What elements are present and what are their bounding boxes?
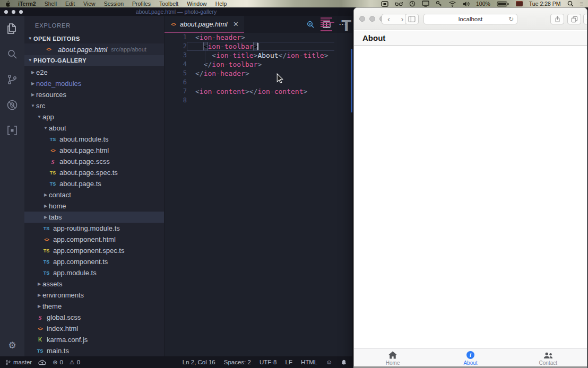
tree-item-main-ts[interactable]: TSmain.ts: [24, 345, 164, 356]
tree-item-app-component-html[interactable]: <>app.component.html: [24, 234, 164, 245]
app-status-icon[interactable]: [516, 1, 523, 6]
menu-profiles[interactable]: Profiles: [128, 0, 155, 7]
sidebar-toggle-button[interactable]: [405, 14, 419, 24]
menu-view[interactable]: View: [79, 0, 100, 7]
line-number[interactable]: 5: [165, 69, 187, 78]
tree-item-app-component-spec-ts[interactable]: TSapp.component.spec.ts: [24, 245, 164, 256]
time-machine-icon[interactable]: [409, 1, 416, 7]
cursor-position[interactable]: Ln 2, Col 16: [183, 359, 215, 365]
debug-icon[interactable]: [6, 99, 19, 111]
minimize-window-button[interactable]: [369, 16, 375, 22]
code-line-3[interactable]: 3 <ion-title>About</ion-title>: [165, 51, 352, 60]
menu-toolbelt[interactable]: Toolbelt: [155, 0, 183, 7]
eol-setting[interactable]: LF: [286, 359, 292, 365]
tree-item-assets[interactable]: ▶assets: [24, 278, 164, 290]
code-line-6[interactable]: 6: [165, 78, 352, 87]
tree-item-index-html[interactable]: <>index.html: [24, 323, 164, 334]
line-number[interactable]: 2: [165, 42, 187, 51]
encoding-setting[interactable]: UTF-8: [260, 359, 277, 365]
new-tab-button[interactable]: +: [583, 14, 587, 24]
code-line-4[interactable]: 4 </ion-toolbar>: [165, 60, 352, 69]
volume-icon[interactable]: [463, 1, 470, 7]
line-number[interactable]: 6: [165, 78, 187, 87]
tab-about[interactable]: iAbout: [431, 348, 509, 366]
open-editor-item[interactable]: <> about.page.html src/app/about: [24, 43, 164, 55]
tree-item-about[interactable]: ▼about: [24, 122, 164, 134]
feedback-smiley-icon[interactable]: ☺: [326, 359, 332, 365]
keychain-icon[interactable]: [436, 1, 442, 7]
wifi-icon[interactable]: [448, 1, 456, 7]
screen-recording-icon[interactable]: [381, 1, 388, 7]
sync-publish-icon[interactable]: [38, 360, 46, 365]
tree-item-app[interactable]: ▼app: [24, 111, 164, 122]
indentation-setting[interactable]: Spaces: 2: [224, 359, 251, 365]
tree-item-global-scss[interactable]: Sglobal.scss: [24, 312, 164, 323]
menubar-clock[interactable]: Tue 2:28 PM: [529, 1, 561, 7]
tree-item-about-page-spec-ts[interactable]: TSabout.page.spec.ts: [24, 167, 164, 178]
line-number[interactable]: 1: [165, 33, 187, 42]
address-bar[interactable]: localhost ↻: [423, 14, 517, 24]
apple-menu-icon[interactable]: [0, 1, 14, 7]
tree-item-about-page-html[interactable]: <>about.page.html: [24, 145, 164, 156]
notifications-bell-icon[interactable]: [341, 359, 347, 366]
menu-shell[interactable]: Shell: [40, 0, 61, 7]
line-number[interactable]: 4: [165, 60, 187, 69]
show-tabs-button[interactable]: [567, 14, 581, 24]
menu-help[interactable]: Help: [211, 0, 231, 7]
tree-item-karma-conf-js[interactable]: Kkarma.conf.js: [24, 334, 164, 345]
menu-edit[interactable]: Edit: [61, 0, 79, 7]
spotlight-icon[interactable]: [567, 1, 574, 7]
reload-icon[interactable]: ↻: [508, 15, 514, 23]
settings-gear-icon[interactable]: ⚙: [0, 340, 24, 351]
code-line-2[interactable]: 2 <ion-toolbar>: [165, 42, 352, 51]
tree-item-environments[interactable]: ▶environments: [24, 290, 164, 301]
tab-home[interactable]: Home: [354, 348, 431, 366]
tree-item-app-routing-module-ts[interactable]: TSapp-routing.module.ts: [24, 223, 164, 234]
source-control-icon[interactable]: [6, 73, 19, 86]
code-line-7[interactable]: 7<ion-content></ion-content>: [165, 87, 352, 96]
extensions-icon[interactable]: [6, 124, 19, 137]
project-section-header[interactable]: ▼ PHOTO-GALLERY: [24, 55, 164, 66]
explorer-icon[interactable]: [6, 22, 19, 35]
tree-item-contact[interactable]: ▶contact: [24, 189, 164, 200]
minimap[interactable]: [321, 17, 334, 32]
battery-icon[interactable]: [497, 1, 509, 7]
code-editor[interactable]: 1<ion-header>2 <ion-toolbar>3 <ion-title…: [165, 33, 352, 356]
errors-indicator[interactable]: ⊗ 0: [53, 359, 63, 366]
line-number[interactable]: 7: [165, 87, 187, 96]
code-line-5[interactable]: 5</ion-header>: [165, 69, 352, 78]
glasses-icon[interactable]: [395, 1, 403, 6]
open-editors-header[interactable]: ▼ OPEN EDITORS: [24, 34, 164, 43]
menu-iterm2[interactable]: iTerm2: [14, 0, 40, 7]
tab-about-page-html[interactable]: <> about.page.html ✕: [165, 16, 244, 33]
tree-item-app-component-ts[interactable]: TSapp.component.ts: [24, 256, 164, 267]
line-number[interactable]: 3: [165, 51, 187, 60]
back-button[interactable]: ‹: [382, 14, 396, 24]
tree-item-e2e[interactable]: ▶e2e: [24, 67, 164, 78]
code-line-1[interactable]: 1<ion-header>: [165, 33, 352, 42]
language-mode[interactable]: HTML: [301, 359, 317, 365]
tree-item-home[interactable]: ▶home: [24, 200, 164, 212]
tab-contact[interactable]: Contact: [509, 348, 587, 366]
tree-item-about-page-scss[interactable]: Sabout.page.scss: [24, 156, 164, 167]
display-icon[interactable]: [422, 1, 429, 7]
search-icon[interactable]: [6, 48, 19, 60]
tree-item-theme[interactable]: ▶theme: [24, 301, 164, 312]
tree-item-resources[interactable]: ▶resources: [24, 89, 164, 100]
git-branch-indicator[interactable]: master: [5, 359, 32, 366]
close-tab-icon[interactable]: ✕: [233, 21, 239, 28]
tree-item-about-page-ts[interactable]: TSabout.page.ts: [24, 178, 164, 189]
code-line-8[interactable]: 8: [165, 96, 352, 105]
close-window-button[interactable]: [359, 16, 365, 22]
tree-item-about-module-ts[interactable]: TSabout.module.ts: [24, 134, 164, 145]
tree-item-tabs[interactable]: ▶tabs: [24, 212, 164, 223]
open-preview-icon[interactable]: [306, 20, 315, 29]
menu-window[interactable]: Window: [183, 0, 211, 7]
tree-item-app-module-ts[interactable]: TSapp.module.ts: [24, 267, 164, 278]
notification-center-icon[interactable]: ≡: [580, 1, 583, 7]
warnings-indicator[interactable]: ⚠ 0: [70, 359, 80, 366]
menu-session[interactable]: Session: [100, 0, 128, 7]
line-number[interactable]: 8: [165, 96, 187, 105]
tree-item-src[interactable]: ▼src: [24, 100, 164, 111]
tree-item-node-modules[interactable]: ▶node_modules: [24, 78, 164, 89]
